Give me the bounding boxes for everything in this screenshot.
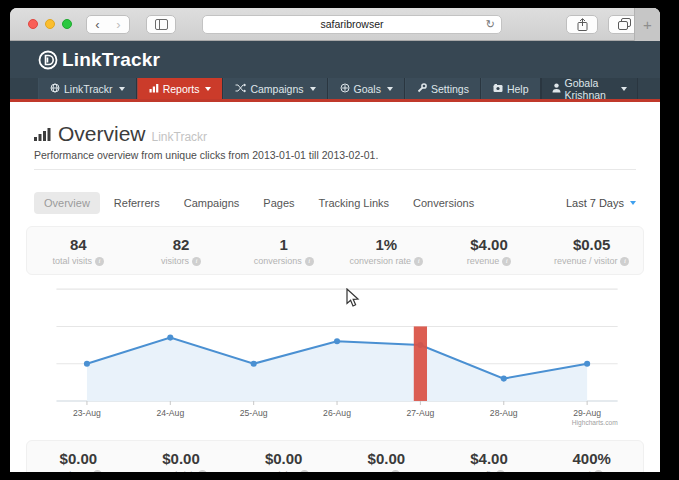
user-name: Gobala Krishnan	[565, 77, 615, 101]
stat-label: visitors	[161, 256, 189, 266]
chevron-down-icon	[621, 87, 627, 91]
stat-label: conversion rate	[350, 256, 412, 266]
bar-chart-title-icon	[34, 127, 52, 142]
tab-campaigns[interactable]: Campaigns	[174, 192, 250, 214]
highlight-bar	[414, 326, 427, 401]
info-icon[interactable]: i	[620, 257, 629, 266]
nav-menu: LinkTrackr Reports Campaigns Goals Setti…	[38, 78, 541, 99]
sidebar-icon	[155, 19, 168, 30]
nav-item-campaigns[interactable]: Campaigns	[223, 78, 327, 99]
info-icon[interactable]: i	[414, 257, 423, 266]
tab-referrers[interactable]: Referrers	[104, 192, 170, 214]
close-window-button[interactable]	[28, 19, 38, 29]
stat-label: profit	[473, 470, 493, 472]
info-icon[interactable]: i	[305, 257, 314, 266]
nav-menu-row: LinkTrackr Reports Campaigns Goals Setti…	[10, 78, 660, 99]
new-tab-button[interactable]: +	[634, 8, 660, 41]
stat-cost-day: $0.00 cost / dayi	[232, 450, 335, 472]
url-text: safaribrowser	[320, 18, 383, 30]
tab-pages[interactable]: Pages	[253, 192, 304, 214]
share-icon	[577, 18, 588, 31]
divider	[34, 169, 636, 170]
nav-item-help[interactable]: Help	[481, 78, 541, 99]
user-menu[interactable]: Gobala Krishnan	[541, 78, 638, 99]
app-navbar: LinkTrackr LinkTrackr Reports Campaigns …	[10, 41, 660, 102]
stat-value: 1%	[335, 236, 438, 253]
x-axis-label: 25-Aug	[240, 408, 268, 418]
history-nav-group: ‹ ›	[86, 15, 130, 34]
chevron-down-icon	[630, 201, 636, 205]
brand-row: LinkTrackr	[10, 41, 660, 78]
stat-value: $0.00	[335, 450, 438, 467]
nav-item-linktrackr[interactable]: LinkTrackr	[38, 78, 137, 99]
address-bar[interactable]: safaribrowser ↻	[202, 15, 502, 34]
stat-label: cpa	[373, 470, 388, 472]
date-range-dropdown[interactable]: Last 7 Days	[566, 197, 636, 209]
info-icon[interactable]: i	[496, 470, 505, 472]
stat-profit: $4.00 profiti	[438, 450, 541, 472]
reload-icon[interactable]: ↻	[486, 18, 495, 31]
minimize-window-button[interactable]	[45, 19, 55, 29]
tab-tracking-links[interactable]: Tracking Links	[309, 192, 400, 214]
overview-chart[interactable]: 23-Aug24-Aug25-Aug26-Aug27-Aug28-Aug29-A…	[30, 281, 640, 436]
stat-total-visits: 84 total visitsi	[27, 236, 130, 266]
mouse-cursor	[346, 288, 360, 308]
nav-item-goals[interactable]: Goals	[328, 78, 405, 99]
sidebar-toggle-button[interactable]	[146, 15, 176, 34]
stats-row-bottom: $0.00 total costi $0.00 cost / visiti $0…	[26, 440, 644, 472]
info-icon[interactable]: i	[198, 470, 207, 472]
browser-window: ‹ › safaribrowser ↻	[10, 8, 660, 472]
stat-label: total visits	[53, 256, 93, 266]
stat-value: 82	[130, 236, 233, 253]
bar-chart-icon	[149, 83, 159, 95]
info-icon[interactable]: i	[594, 470, 603, 472]
stat-cpa: $0.00 cpai	[335, 450, 438, 472]
share-button[interactable]	[566, 15, 598, 34]
forward-button[interactable]: ›	[108, 16, 129, 33]
brand-name[interactable]: LinkTrackr	[62, 49, 160, 71]
stat-label: revenue	[467, 256, 500, 266]
x-axis-label: 28-Aug	[490, 408, 518, 418]
stat-value: 400%	[540, 450, 643, 467]
window-controls	[28, 19, 72, 29]
nav-item-reports[interactable]: Reports	[137, 78, 224, 99]
stat-value: 1	[232, 236, 335, 253]
info-icon[interactable]: i	[391, 470, 400, 472]
stat-revenue-visitor: $0.05 revenue / visitori	[540, 236, 643, 266]
zoom-window-button[interactable]	[62, 19, 72, 29]
stat-label: total cost	[54, 470, 90, 472]
tab-conversions[interactable]: Conversions	[403, 192, 484, 214]
data-point-24-Aug	[167, 335, 173, 341]
info-icon[interactable]: i	[300, 470, 309, 472]
stat-conversions: 1 conversionsi	[232, 236, 335, 266]
target-icon	[340, 83, 350, 95]
plus-icon: +	[643, 16, 652, 33]
chevron-down-icon	[205, 87, 211, 91]
user-icon	[552, 83, 561, 95]
series-area	[87, 338, 587, 401]
screenshot-frame: ‹ › safaribrowser ↻	[0, 0, 679, 480]
stat-value: $4.00	[438, 236, 541, 253]
wrench-icon	[417, 83, 427, 95]
info-icon[interactable]: i	[192, 257, 201, 266]
stat-value: $0.00	[232, 450, 335, 467]
info-icon[interactable]: i	[502, 257, 511, 266]
x-axis-label: 24-Aug	[156, 408, 184, 418]
stat-label: cost / day	[258, 470, 297, 472]
back-button[interactable]: ‹	[87, 16, 108, 33]
x-axis-label: 27-Aug	[406, 408, 434, 418]
stat-roi: 400% roii	[540, 450, 643, 472]
stat-revenue: $4.00 revenuei	[438, 236, 541, 266]
chart-credit: Highcharts.com	[572, 419, 618, 427]
page-content: Overview LinkTrackr Performance overview…	[10, 102, 660, 472]
info-icon[interactable]: i	[95, 257, 104, 266]
nav-item-settings[interactable]: Settings	[405, 78, 481, 99]
page-header: Overview LinkTrackr Performance overview…	[10, 102, 660, 180]
tab-overview[interactable]: Overview	[34, 192, 100, 214]
stat-total-cost: $0.00 total costi	[27, 450, 130, 472]
stat-label: conversions	[254, 256, 302, 266]
info-icon[interactable]: i	[93, 470, 102, 472]
browser-toolbar: ‹ › safaribrowser ↻	[10, 8, 660, 41]
globe-icon	[50, 83, 60, 95]
tabs-icon	[618, 18, 631, 30]
